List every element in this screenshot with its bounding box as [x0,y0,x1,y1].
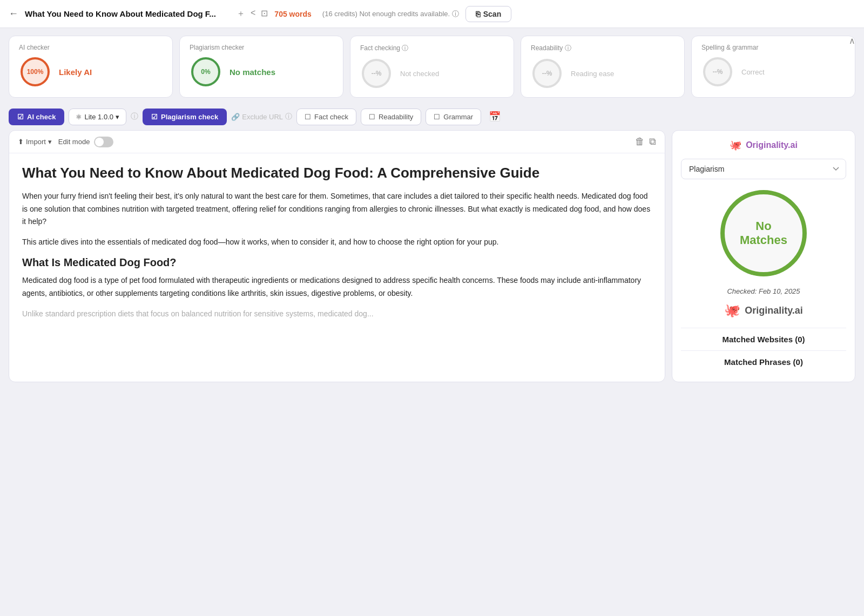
editor-toolbar-right: 🗑 ⧉ [635,136,656,147]
readability-icon: ☐ [369,113,375,121]
import-chevron-icon: ▾ [48,138,52,146]
article-paragraph-2: This article dives into the essentials o… [22,236,652,249]
readability-percent: --% [542,70,552,77]
exclude-url-label: Exclude URL [242,113,283,121]
spelling-grammar-card: Spelling & grammar --% Correct [691,36,855,98]
model-selector[interactable]: ⚛ Lite 1.0.0 ▾ [69,109,126,125]
ai-checker-content: 100% Likely AI [19,56,163,88]
spelling-grammar-value: Correct [741,68,765,76]
no-matches-circle-container: NoMatches [681,190,846,276]
readability-label: Readability [379,113,413,121]
fact-checking-card: Fact checking ⓘ --% Not checked [350,36,514,98]
scan-icon: ⎘ [476,10,480,18]
copy-button[interactable]: ⧉ [649,136,656,147]
grammar-icon: ☐ [434,113,440,121]
share-icon[interactable]: < [251,8,255,19]
calendar-icon: 📅 [489,111,501,122]
fact-checking-label: Fact checking ⓘ [360,44,504,53]
model-info-icon[interactable]: ⓘ [131,112,138,121]
import-button[interactable]: ⬆ Import ▾ [18,138,52,146]
scan-button[interactable]: ⎘ Scan [465,6,511,22]
article-paragraph-1: When your furry friend isn't feeling the… [22,190,652,228]
model-label: Lite 1.0.0 [84,113,113,121]
credits-info: (16 credits) Not enough credits availabl… [322,9,459,19]
model-chevron-icon: ▾ [116,113,119,121]
back-button[interactable]: ← [9,8,18,19]
model-brain-icon: ⚛ [76,113,82,121]
originality-logo-icon: 🐙 [730,139,741,151]
fact-checking-content: --% Not checked [360,57,504,90]
article-paragraph-3: Medicated dog food is a type of pet food… [22,274,652,300]
article-heading-1: What Is Medicated Dog Food? [22,256,652,269]
result-type-dropdown[interactable]: Plagiarism AI Check Readability Grammar [681,159,846,179]
plagiarism-value: No matches [230,67,275,77]
grammar-button[interactable]: ☐ Grammar [426,109,481,125]
no-matches-text: NoMatches [740,219,787,248]
spelling-grammar-content: --% Correct [701,56,845,88]
right-panel: 🐙 Originality.ai Plagiarism AI Check Rea… [672,130,855,382]
plagiarism-check-label: Plagiarism check [161,113,218,121]
brand-icon: 🐙 [724,303,740,318]
fact-check-icon: ☐ [305,113,311,121]
layout-icon[interactable]: ⊡ [261,8,268,19]
ai-checker-circle: 100% [19,56,51,88]
readability-value: Reading ease [571,70,614,78]
add-icon[interactable]: ＋ [237,8,245,19]
right-panel-title: Originality.ai [746,140,798,150]
readability-content: --% Reading ease [531,57,674,90]
plagiarism-percent: 0% [201,68,210,76]
article-paragraph-4: Unlike standard prescription diets that … [22,308,652,321]
editor-panel: ⬆ Import ▾ Edit mode 🗑 ⧉ What You Need t… [9,130,665,382]
readability-circle: --% [531,57,563,90]
right-panel-header: 🐙 Originality.ai [681,139,846,151]
ai-checker-label: AI checker [19,44,163,51]
readability-button[interactable]: ☐ Readability [361,109,421,125]
fact-checking-percent: --% [372,70,382,77]
checked-date: Checked: Feb 10, 2025 [681,287,846,295]
toggle-knob [95,138,104,146]
brand-name: Originality.ai [745,305,803,316]
ai-check-icon: ☑ [17,113,24,121]
ai-check-label: AI check [27,113,56,121]
main-area: ⬆ Import ▾ Edit mode 🗑 ⧉ What You Need t… [9,130,855,382]
plagiarism-circle: 0% [190,56,222,88]
collapse-button[interactable]: ∧ [849,36,855,46]
import-icon: ⬆ [18,138,24,146]
ai-check-button[interactable]: ☑ AI check [9,109,64,125]
scan-label: Scan [483,10,501,18]
ai-checker-value: Likely AI [59,67,92,77]
matched-phrases-stat: Matched Phrases (0) [681,350,846,373]
fact-checking-circle: --% [360,57,393,90]
ai-checker-percent: 100% [27,68,44,76]
plagiarism-check-button[interactable]: ☑ Plagiarism check [143,109,227,125]
edit-mode-toggle[interactable] [94,137,113,147]
edit-mode-toggle-group: Edit mode [58,137,114,147]
calendar-button[interactable]: 📅 [485,107,504,126]
topbar-actions: ＋ < ⊡ [237,8,268,19]
plagiarism-card: Plagiarism checker 0% No matches [179,36,343,98]
spelling-grammar-label: Spelling & grammar [701,44,845,51]
no-matches-circle: NoMatches [720,190,807,276]
spelling-grammar-circle: --% [701,56,734,88]
word-count: 705 words [274,10,311,18]
plagiarism-check-icon: ☑ [151,113,158,121]
delete-button[interactable]: 🗑 [635,136,645,147]
plagiarism-label: Plagiarism checker [190,44,333,51]
article-title: What You Need to Know About Medicated Do… [22,164,652,182]
editor-content: What You Need to Know About Medicated Do… [9,153,665,382]
plagiarism-content: 0% No matches [190,56,333,88]
exclude-url-button[interactable]: 🔗 Exclude URL ⓘ [231,112,292,121]
readability-card: Readability ⓘ --% Reading ease [521,36,685,98]
import-label: Import [26,138,46,146]
grammar-label: Grammar [443,113,473,121]
fact-check-label: Fact check [314,113,348,121]
ai-checker-card: AI checker 100% Likely AI [9,36,173,98]
spelling-grammar-percent: --% [713,68,723,76]
exclude-url-info-icon: ⓘ [285,112,292,121]
readability-label: Readability ⓘ [531,44,674,53]
originality-brand: 🐙 Originality.ai [681,303,846,318]
matched-websites-stat: Matched Websites (0) [681,328,846,350]
fact-check-button[interactable]: ☐ Fact check [296,109,356,125]
edit-mode-label: Edit mode [58,138,90,146]
toolbar: ☑ AI check ⚛ Lite 1.0.0 ▾ ⓘ ☑ Plagiarism… [0,103,864,130]
